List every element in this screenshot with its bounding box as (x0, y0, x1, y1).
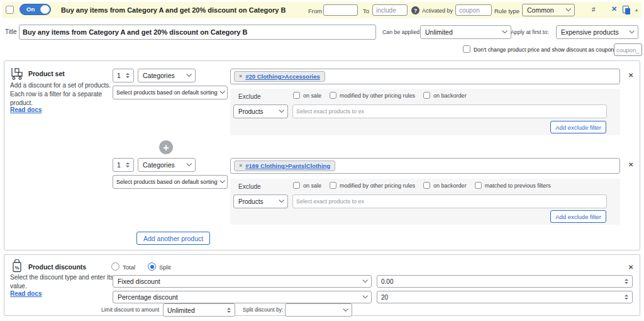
row1-add-exclude-filter-button[interactable]: Add exclude filter (550, 121, 606, 133)
rule-select-checkbox[interactable] (6, 6, 14, 14)
apply-at-first-select[interactable]: Expensive products (556, 25, 638, 39)
chevron-down-icon (279, 198, 284, 203)
duplicate-rule-icon[interactable] (623, 6, 631, 14)
product-set-section: Product set Add a discount for a set of … (4, 60, 640, 251)
row2-category-chip[interactable]: ×#169 Clothing>Pants|Clothing (234, 160, 335, 171)
checkbox[interactable] (330, 92, 336, 99)
row1-qty-stepper[interactable]: 1 (113, 69, 134, 82)
collapse-rule-icon[interactable]: ▴ (635, 7, 638, 13)
row2-qty-stepper[interactable]: 1 (113, 158, 134, 172)
chip-label[interactable]: #169 Clothing>Pants|Clothing (245, 162, 330, 169)
row2-categories-input[interactable]: ×#169 Clothing>Pants|Clothing (230, 158, 620, 174)
product-discounts-section: % Product discounts Select the discount … (4, 254, 640, 316)
product-set-read-docs-link[interactable]: Read docs (10, 106, 42, 113)
row1-categories-input[interactable]: ×#20 Clothing>Accessories (230, 69, 620, 84)
discount-total-radio[interactable] (111, 262, 119, 271)
checkbox[interactable] (293, 182, 300, 189)
from-input[interactable] (323, 4, 358, 16)
row2-exclude-products-input[interactable] (292, 194, 607, 208)
rule-on-toggle[interactable]: On (19, 4, 51, 15)
activated-by-input[interactable] (455, 4, 492, 16)
row2-exclude-type-select[interactable]: Products (233, 194, 288, 208)
exclude-modified[interactable]: modified by other pricing rules (330, 92, 415, 99)
product-set-title: Product set (28, 70, 65, 77)
row2-remove-icon[interactable]: ✕ (628, 161, 633, 168)
checkbox[interactable] (475, 182, 482, 189)
show-as-coupon-checkbox[interactable] (463, 45, 470, 53)
chevron-down-icon (565, 6, 570, 11)
exclude-on-sale[interactable]: on sale (293, 182, 321, 189)
rule-id-icon[interactable]: # (592, 6, 596, 13)
discount-type-select-2[interactable]: Percentage discount (113, 291, 372, 303)
stepper-icon (227, 308, 231, 313)
row1-exclude-products-input[interactable] (292, 104, 607, 118)
can-be-applied-select[interactable]: Unlimited (420, 25, 511, 39)
product-set-description: Add a discount for a set of products. Ea… (10, 81, 112, 108)
exclude-backorder[interactable]: on backorder (423, 182, 467, 189)
rule-type-select[interactable]: Common (522, 4, 575, 16)
show-as-coupon-label: Don't change product price and show disc… (474, 47, 614, 53)
split-discount-by-select[interactable] (285, 303, 352, 317)
activated-by-label: Activated by (422, 8, 453, 14)
product-discounts-read-docs-link[interactable]: Read docs (10, 290, 42, 297)
row1-category-chip[interactable]: ×#20 Clothing>Accessories (234, 71, 325, 82)
exclude-label: Exclude (238, 183, 261, 190)
limit-discount-input[interactable]: Unlimited (163, 303, 235, 317)
stepper-icon (625, 295, 628, 300)
checkbox[interactable] (293, 92, 300, 99)
toggle-knob (40, 5, 50, 14)
row2-sorting-select[interactable]: Select products based on default sorting (113, 175, 228, 189)
chevron-down-icon (186, 161, 191, 166)
exclude-options: on sale modified by other pricing rules … (293, 182, 551, 189)
to-label: To (363, 8, 369, 14)
checkbox[interactable] (330, 182, 336, 189)
discounts-remove-icon[interactable]: ✕ (628, 264, 633, 271)
chevron-down-icon (343, 306, 348, 311)
limit-discount-label: Limit discount to amount (101, 307, 159, 313)
checkbox[interactable] (423, 182, 430, 189)
product-discounts-description: Select the discount type and enter its v… (10, 273, 116, 291)
add-row-plus-button[interactable]: + (159, 140, 173, 154)
add-another-product-button[interactable]: Add another product (136, 232, 210, 245)
exclude-backorder[interactable]: on backorder (423, 92, 467, 99)
discount-value-input-1[interactable]: 0.00 (377, 275, 633, 288)
exclude-on-sale[interactable]: on sale (293, 92, 321, 99)
exclude-matched-previous[interactable]: matched to previous filters (475, 182, 551, 189)
exclude-options: on sale modified by other pricing rules … (293, 92, 467, 99)
row1-exclude-type-select[interactable]: Products (233, 104, 288, 118)
exclude-modified[interactable]: modified by other pricing rules (330, 182, 415, 189)
chevron-down-icon (186, 72, 191, 77)
chip-remove-icon[interactable]: × (239, 73, 242, 80)
from-label: From (308, 8, 322, 14)
discount-total-label: Total (123, 264, 135, 271)
can-be-applied-label: Can be applied (382, 29, 419, 35)
delete-rule-icon[interactable]: ✕ (611, 5, 617, 13)
row1-remove-icon[interactable]: ✕ (628, 72, 633, 79)
chevron-down-icon (362, 293, 367, 298)
row2-filter-type-select[interactable]: Categories (138, 158, 196, 172)
row2-add-exclude-filter-button[interactable]: Add exclude filter (550, 210, 606, 223)
exclude-label: Exclude (238, 93, 261, 100)
chip-label[interactable]: #20 Clothing>Accessories (245, 73, 320, 80)
help-icon[interactable]: ? (411, 6, 419, 14)
chevron-down-icon (219, 178, 225, 183)
discount-split-radio[interactable] (148, 262, 156, 271)
coupon-name-input[interactable] (614, 43, 642, 56)
row1-sorting-select[interactable]: Select products based on default sorting (113, 86, 228, 99)
checkbox[interactable] (423, 92, 430, 99)
discount-type-select-1[interactable]: Fixed discount (113, 275, 372, 288)
chip-remove-icon[interactable]: × (239, 162, 242, 169)
to-input[interactable] (372, 4, 408, 16)
row1-filter-type-select[interactable]: Categories (138, 69, 196, 82)
rule-header-bar: On Buy any items from Category A and get… (3, 2, 641, 18)
stepper-icon (625, 279, 628, 284)
rule-title-text: Buy any items from Category A and get 20… (61, 6, 286, 14)
stepper-icon (126, 73, 130, 78)
discount-value-input-2[interactable]: 20 (377, 291, 633, 303)
pricing-rule-editor: On Buy any items from Category A and get… (0, 0, 644, 321)
title-label: Title (5, 28, 17, 35)
chevron-down-icon (502, 28, 507, 33)
apply-at-first-label: Apply at first to: (511, 29, 549, 35)
rule-title-input[interactable] (19, 25, 376, 40)
chevron-down-icon (279, 108, 284, 113)
